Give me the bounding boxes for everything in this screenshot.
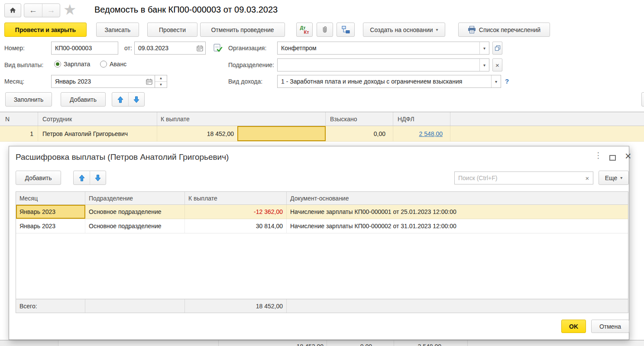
breakdown-row-1-document[interactable]: Начисление зарплаты КП00-000001 от 25.01… (287, 205, 628, 219)
employee-row-n[interactable]: 1 (0, 126, 38, 141)
breakdown-row-2-month[interactable]: Январь 2023 (16, 219, 85, 233)
col-collected[interactable]: Взыскано (326, 112, 393, 126)
breakdown-row-1-to-pay[interactable]: -12 362,00 (185, 205, 287, 219)
employee-row-collected[interactable]: 0,00 (326, 126, 393, 141)
col-n[interactable]: N (0, 112, 38, 126)
write-button[interactable]: Записать (96, 23, 139, 37)
month-field[interactable]: Январь 2023 (51, 75, 155, 88)
fill-button[interactable]: Заполнить (5, 92, 52, 107)
col-ndfl[interactable]: НДФЛ (393, 112, 450, 126)
department-label: Подразделение: (228, 61, 274, 68)
cancel-button[interactable]: Отмена (591, 320, 629, 333)
ok-button[interactable]: OK (561, 320, 586, 333)
income-kind-dropdown-button[interactable]: ▾ (491, 75, 501, 87)
date-value: 09.03.2023 (135, 45, 194, 52)
col-month[interactable]: Месяц (16, 192, 85, 204)
transfers-list-button[interactable]: Список перечислений (458, 23, 550, 37)
dialog-title: Расшифровка выплаты (Петров Анатолий Гри… (16, 152, 229, 162)
calendar-button[interactable] (194, 42, 205, 54)
forward-button[interactable]: → (42, 4, 60, 17)
search-clear-button[interactable]: × (582, 171, 593, 184)
totals-n-cell (0, 340, 58, 346)
breakdown-row-2-department[interactable]: Основное подразделение (85, 219, 185, 233)
create-on-basis-label: Создать на основании (370, 26, 433, 33)
totals-collected: 0,00 (327, 340, 394, 346)
dt-kt-postings-button[interactable]: Дт Кт (296, 23, 313, 37)
number-field[interactable]: КП00-000003 (51, 42, 118, 55)
radio-advance[interactable]: Аванс (100, 61, 126, 68)
col-department[interactable]: Подразделение (85, 192, 185, 204)
chevron-down-icon: ▾ (436, 27, 438, 32)
breakdown-row-2[interactable]: Январь 2023 Основное подразделение 30 81… (16, 219, 628, 233)
col-document[interactable]: Документ-основание (287, 192, 628, 204)
col-employee[interactable]: Сотрудник (38, 112, 157, 126)
income-kind-field[interactable]: 1 - Заработная плата и иные доходы с огр… (277, 75, 501, 88)
totals-filler (468, 340, 644, 346)
dialog-search[interactable] (454, 171, 582, 184)
breakdown-table-header: Месяц Подразделение К выплате Документ-о… (16, 192, 628, 205)
dialog-move-down-button[interactable] (90, 171, 106, 184)
employee-row-ndfl[interactable]: 2 548,00 (393, 126, 450, 141)
dialog-more-button[interactable]: Еще ▾ (599, 171, 629, 185)
income-kind-help-link[interactable]: ? (505, 78, 509, 85)
related-documents-button[interactable] (337, 23, 355, 37)
organization-dropdown-button[interactable]: ▾ (479, 42, 489, 54)
add-row-button[interactable]: Добавить (61, 92, 106, 107)
number-value: КП00-000003 (52, 45, 118, 52)
dialog-more-label: Еще (605, 175, 618, 181)
home-button[interactable] (4, 3, 21, 17)
breakdown-row-2-to-pay[interactable]: 30 814,00 (185, 219, 287, 233)
paperclip-icon (321, 26, 329, 34)
col-to-pay[interactable]: К выплате (185, 192, 287, 204)
dialog-more-menu-button[interactable]: ⋮ (594, 152, 602, 159)
cancel-posting-button[interactable]: Отменить проведение (200, 23, 285, 37)
employee-row-name[interactable]: Петров Анатолий Григорьевич (38, 126, 157, 141)
attachments-button[interactable] (317, 23, 333, 37)
organization-open-button[interactable] (492, 42, 502, 55)
organization-field[interactable]: Конфетпром ▾ (277, 42, 489, 55)
breakdown-total-label: Всего: (16, 299, 85, 313)
structure-icon (341, 26, 350, 34)
date-field[interactable]: 09.03.2023 (134, 42, 206, 55)
breakdown-row-2-document[interactable]: Начисление зарплаты КП00-000002 от 31.01… (287, 219, 628, 233)
employee-row-selected-cell[interactable] (237, 126, 326, 141)
create-on-basis-button[interactable]: Создать на основании ▾ (363, 23, 445, 37)
post-and-close-button[interactable]: Провести и закрыть (4, 23, 87, 37)
breakdown-row-1-month[interactable]: Январь 2023 (16, 205, 85, 219)
arrow-up-icon (117, 96, 123, 103)
move-row-group (112, 92, 145, 107)
chevron-down-icon: ▾ (483, 46, 485, 51)
ndfl-link[interactable]: 2 548,00 (419, 130, 443, 137)
col-to-pay[interactable]: К выплате (157, 112, 326, 126)
back-arrow-icon: ← (29, 6, 37, 15)
dialog-move-up-button[interactable] (74, 171, 90, 184)
employee-row[interactable]: 1 Петров Анатолий Григорьевич 18 452,00 … (0, 126, 644, 142)
more-button-clipped[interactable] (641, 92, 644, 107)
department-clear-button[interactable]: × (492, 58, 502, 71)
radio-salary[interactable]: Зарплата (54, 61, 90, 68)
posted-status-icon (213, 43, 223, 53)
dialog-add-button[interactable]: Добавить (16, 171, 61, 185)
back-button[interactable]: ← (24, 4, 42, 17)
dialog-maximize-button[interactable] (609, 155, 616, 161)
dialog-close-button[interactable]: × (625, 150, 631, 162)
breakdown-row-1-department[interactable]: Основное подразделение (85, 205, 185, 219)
breakdown-row-1[interactable]: Январь 2023 Основное подразделение -12 3… (16, 205, 628, 219)
post-button[interactable]: Провести (147, 23, 197, 37)
favorite-star-icon[interactable]: ★ (63, 1, 76, 18)
department-dropdown-button[interactable]: ▾ (479, 59, 489, 71)
month-calendar-button[interactable] (143, 75, 155, 87)
month-label: Месяц: (4, 78, 24, 85)
stepper-down-icon[interactable]: ▼ (155, 82, 167, 88)
breakdown-totals-row: Всего: 18 452,00 (16, 299, 628, 313)
search-input[interactable] (455, 175, 582, 181)
stepper-up-icon[interactable]: ▲ (155, 75, 167, 82)
move-down-button[interactable] (129, 93, 144, 106)
month-stepper[interactable]: ▲ ▼ (155, 75, 167, 88)
department-field[interactable]: ▾ (277, 58, 489, 71)
forward-arrow-icon: → (47, 6, 55, 15)
employee-row-to-pay[interactable]: 18 452,00 (157, 126, 237, 141)
move-up-button[interactable] (112, 93, 129, 106)
calendar-icon (197, 45, 203, 52)
income-kind-value: 1 - Заработная плата и иные доходы с огр… (278, 78, 491, 85)
